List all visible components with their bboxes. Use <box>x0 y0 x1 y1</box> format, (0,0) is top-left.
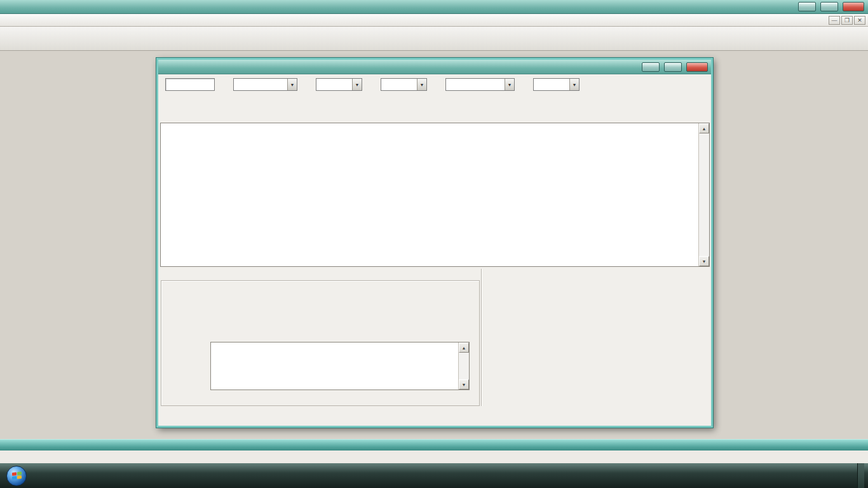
dialog-ksiega-rezerwacji: ▼ ▼ ▼ ▼ ▼ ▲ ▼ <box>156 58 713 428</box>
chevron-down-icon[interactable]: ▼ <box>505 79 514 90</box>
dialog-minimize-button[interactable] <box>642 62 660 72</box>
obiekt-select[interactable]: ▼ <box>445 78 515 91</box>
scroll-down-icon[interactable]: ▼ <box>459 379 469 390</box>
chevron-down-icon[interactable]: ▼ <box>287 79 297 90</box>
chevron-down-icon[interactable]: ▼ <box>352 79 362 90</box>
do-select[interactable]: ▼ <box>381 78 427 91</box>
scroll-up-icon[interactable]: ▲ <box>459 342 469 353</box>
scroll-up-icon[interactable]: ▲ <box>699 123 709 133</box>
dialog-titlebar <box>158 60 711 74</box>
okres-select[interactable]: ▼ <box>233 78 297 91</box>
dialog-close-button[interactable] <box>686 62 708 72</box>
uwagi-textarea[interactable]: ▲ ▼ <box>210 342 470 390</box>
dialog-buttons <box>160 407 709 423</box>
panel-divider <box>481 269 482 406</box>
rp-select[interactable]: ▼ <box>533 78 580 91</box>
od-select[interactable]: ▼ <box>316 78 362 91</box>
search-input[interactable] <box>165 78 215 91</box>
search-row: ▼ ▼ ▼ ▼ ▼ <box>162 78 707 92</box>
reservations-table: ▲ ▼ <box>160 123 710 267</box>
table-scrollbar[interactable]: ▲ ▼ <box>698 123 709 266</box>
screen: — ❐ ✕ ▼ ▼ <box>0 0 868 488</box>
dialog-body: ▼ ▼ ▼ ▼ ▼ ▲ ▼ <box>158 74 711 426</box>
chevron-down-icon[interactable]: ▼ <box>569 79 579 90</box>
details-groupbox: ▲ ▼ <box>161 269 480 406</box>
reservations-table-body <box>161 123 698 266</box>
chevron-down-icon[interactable]: ▼ <box>417 79 426 90</box>
dialog-restore-button[interactable] <box>664 62 682 72</box>
red-book-icon <box>161 62 172 72</box>
uwagi-scrollbar[interactable]: ▲ ▼ <box>458 342 469 390</box>
guest-info-panel <box>485 269 709 406</box>
scroll-down-icon[interactable]: ▼ <box>699 256 709 266</box>
